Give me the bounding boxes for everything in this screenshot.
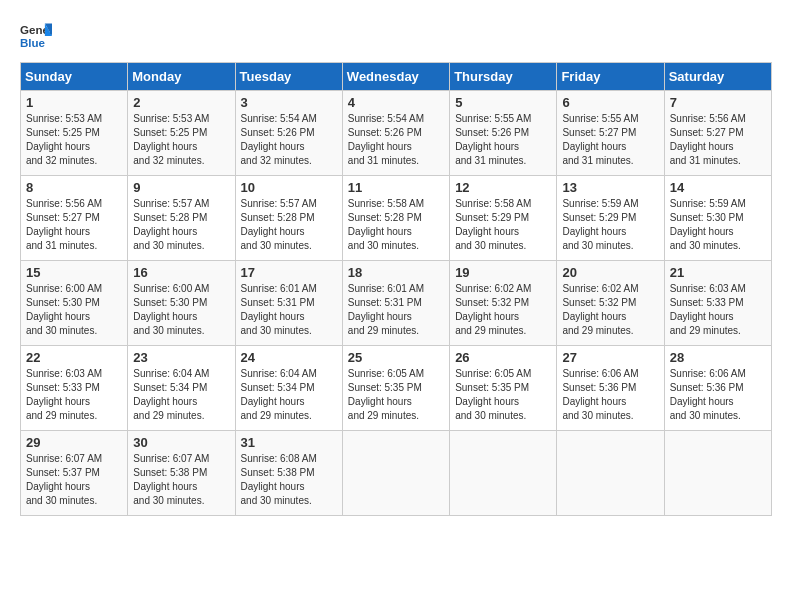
day-header-thursday: Thursday [450,63,557,91]
day-header-friday: Friday [557,63,664,91]
day-number: 31 [241,435,337,450]
day-number: 28 [670,350,766,365]
calendar-cell: 20 Sunrise: 6:02 AMSunset: 5:32 PMDaylig… [557,261,664,346]
cell-content: Sunrise: 6:04 AMSunset: 5:34 PMDaylight … [241,367,337,423]
calendar-cell: 27 Sunrise: 6:06 AMSunset: 5:36 PMDaylig… [557,346,664,431]
day-number: 11 [348,180,444,195]
cell-content: Sunrise: 6:05 AMSunset: 5:35 PMDaylight … [455,367,551,423]
calendar-cell: 2 Sunrise: 5:53 AMSunset: 5:25 PMDayligh… [128,91,235,176]
cell-content: Sunrise: 5:56 AMSunset: 5:27 PMDaylight … [26,197,122,253]
calendar-week-2: 8 Sunrise: 5:56 AMSunset: 5:27 PMDayligh… [21,176,772,261]
calendar-cell: 21 Sunrise: 6:03 AMSunset: 5:33 PMDaylig… [664,261,771,346]
calendar-cell: 9 Sunrise: 5:57 AMSunset: 5:28 PMDayligh… [128,176,235,261]
calendar-week-4: 22 Sunrise: 6:03 AMSunset: 5:33 PMDaylig… [21,346,772,431]
calendar-cell [450,431,557,516]
day-number: 2 [133,95,229,110]
calendar-body: 1 Sunrise: 5:53 AMSunset: 5:25 PMDayligh… [21,91,772,516]
cell-content: Sunrise: 6:06 AMSunset: 5:36 PMDaylight … [670,367,766,423]
calendar-table: SundayMondayTuesdayWednesdayThursdayFrid… [20,62,772,516]
day-number: 4 [348,95,444,110]
calendar-cell: 3 Sunrise: 5:54 AMSunset: 5:26 PMDayligh… [235,91,342,176]
cell-content: Sunrise: 5:59 AMSunset: 5:29 PMDaylight … [562,197,658,253]
calendar-cell: 18 Sunrise: 6:01 AMSunset: 5:31 PMDaylig… [342,261,449,346]
cell-content: Sunrise: 6:00 AMSunset: 5:30 PMDaylight … [133,282,229,338]
calendar-cell: 8 Sunrise: 5:56 AMSunset: 5:27 PMDayligh… [21,176,128,261]
day-number: 10 [241,180,337,195]
day-number: 5 [455,95,551,110]
cell-content: Sunrise: 5:55 AMSunset: 5:27 PMDaylight … [562,112,658,168]
day-number: 29 [26,435,122,450]
cell-content: Sunrise: 5:54 AMSunset: 5:26 PMDaylight … [241,112,337,168]
calendar-cell: 19 Sunrise: 6:02 AMSunset: 5:32 PMDaylig… [450,261,557,346]
day-number: 20 [562,265,658,280]
calendar-cell: 12 Sunrise: 5:58 AMSunset: 5:29 PMDaylig… [450,176,557,261]
calendar-cell: 30 Sunrise: 6:07 AMSunset: 5:38 PMDaylig… [128,431,235,516]
calendar-week-5: 29 Sunrise: 6:07 AMSunset: 5:37 PMDaylig… [21,431,772,516]
day-number: 24 [241,350,337,365]
day-number: 12 [455,180,551,195]
cell-content: Sunrise: 5:54 AMSunset: 5:26 PMDaylight … [348,112,444,168]
day-number: 26 [455,350,551,365]
cell-content: Sunrise: 5:55 AMSunset: 5:26 PMDaylight … [455,112,551,168]
day-number: 23 [133,350,229,365]
calendar-cell: 6 Sunrise: 5:55 AMSunset: 5:27 PMDayligh… [557,91,664,176]
day-number: 9 [133,180,229,195]
calendar-cell: 1 Sunrise: 5:53 AMSunset: 5:25 PMDayligh… [21,91,128,176]
calendar-cell: 11 Sunrise: 5:58 AMSunset: 5:28 PMDaylig… [342,176,449,261]
cell-content: Sunrise: 5:56 AMSunset: 5:27 PMDaylight … [670,112,766,168]
day-number: 22 [26,350,122,365]
cell-content: Sunrise: 6:07 AMSunset: 5:38 PMDaylight … [133,452,229,508]
calendar-cell: 13 Sunrise: 5:59 AMSunset: 5:29 PMDaylig… [557,176,664,261]
calendar-cell [342,431,449,516]
calendar-cell: 24 Sunrise: 6:04 AMSunset: 5:34 PMDaylig… [235,346,342,431]
calendar-cell: 14 Sunrise: 5:59 AMSunset: 5:30 PMDaylig… [664,176,771,261]
day-number: 13 [562,180,658,195]
cell-content: Sunrise: 6:07 AMSunset: 5:37 PMDaylight … [26,452,122,508]
calendar-week-1: 1 Sunrise: 5:53 AMSunset: 5:25 PMDayligh… [21,91,772,176]
calendar-cell: 28 Sunrise: 6:06 AMSunset: 5:36 PMDaylig… [664,346,771,431]
cell-content: Sunrise: 6:02 AMSunset: 5:32 PMDaylight … [455,282,551,338]
cell-content: Sunrise: 5:53 AMSunset: 5:25 PMDaylight … [26,112,122,168]
cell-content: Sunrise: 6:00 AMSunset: 5:30 PMDaylight … [26,282,122,338]
cell-content: Sunrise: 5:57 AMSunset: 5:28 PMDaylight … [133,197,229,253]
cell-content: Sunrise: 6:01 AMSunset: 5:31 PMDaylight … [348,282,444,338]
logo-icon: General Blue [20,20,52,52]
cell-content: Sunrise: 6:03 AMSunset: 5:33 PMDaylight … [26,367,122,423]
cell-content: Sunrise: 5:59 AMSunset: 5:30 PMDaylight … [670,197,766,253]
calendar-week-3: 15 Sunrise: 6:00 AMSunset: 5:30 PMDaylig… [21,261,772,346]
calendar-cell: 26 Sunrise: 6:05 AMSunset: 5:35 PMDaylig… [450,346,557,431]
day-number: 15 [26,265,122,280]
day-header-sunday: Sunday [21,63,128,91]
logo: General Blue [20,20,52,52]
day-number: 1 [26,95,122,110]
cell-content: Sunrise: 5:58 AMSunset: 5:29 PMDaylight … [455,197,551,253]
calendar-header-row: SundayMondayTuesdayWednesdayThursdayFrid… [21,63,772,91]
day-header-saturday: Saturday [664,63,771,91]
calendar-cell [557,431,664,516]
day-number: 8 [26,180,122,195]
calendar-cell: 4 Sunrise: 5:54 AMSunset: 5:26 PMDayligh… [342,91,449,176]
calendar-cell: 29 Sunrise: 6:07 AMSunset: 5:37 PMDaylig… [21,431,128,516]
calendar-cell: 7 Sunrise: 5:56 AMSunset: 5:27 PMDayligh… [664,91,771,176]
day-number: 3 [241,95,337,110]
svg-text:Blue: Blue [20,37,46,49]
calendar-cell: 15 Sunrise: 6:00 AMSunset: 5:30 PMDaylig… [21,261,128,346]
day-number: 18 [348,265,444,280]
day-number: 14 [670,180,766,195]
day-header-wednesday: Wednesday [342,63,449,91]
calendar-cell: 10 Sunrise: 5:57 AMSunset: 5:28 PMDaylig… [235,176,342,261]
cell-content: Sunrise: 6:06 AMSunset: 5:36 PMDaylight … [562,367,658,423]
day-number: 17 [241,265,337,280]
day-number: 16 [133,265,229,280]
day-number: 25 [348,350,444,365]
calendar-cell: 31 Sunrise: 6:08 AMSunset: 5:38 PMDaylig… [235,431,342,516]
calendar-cell: 23 Sunrise: 6:04 AMSunset: 5:34 PMDaylig… [128,346,235,431]
cell-content: Sunrise: 5:57 AMSunset: 5:28 PMDaylight … [241,197,337,253]
day-number: 30 [133,435,229,450]
calendar-cell [664,431,771,516]
calendar-cell: 25 Sunrise: 6:05 AMSunset: 5:35 PMDaylig… [342,346,449,431]
cell-content: Sunrise: 5:58 AMSunset: 5:28 PMDaylight … [348,197,444,253]
day-number: 7 [670,95,766,110]
cell-content: Sunrise: 6:05 AMSunset: 5:35 PMDaylight … [348,367,444,423]
day-header-tuesday: Tuesday [235,63,342,91]
